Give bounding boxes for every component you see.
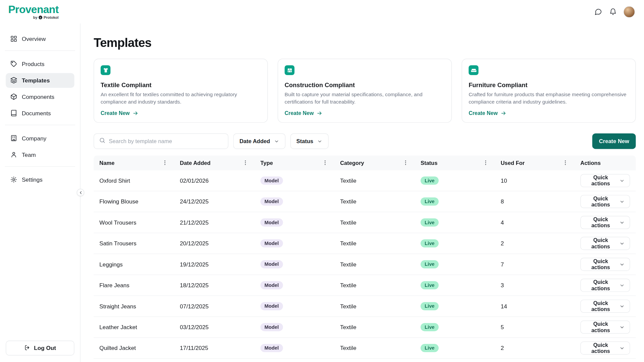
sidebar-item-products[interactable]: Products	[6, 57, 74, 71]
column-menu-icon[interactable]	[402, 160, 409, 167]
column-menu-icon[interactable]	[162, 160, 168, 167]
sidebar-item-documents[interactable]: Documents	[6, 106, 74, 121]
card-cta-label: Create New	[101, 110, 130, 116]
column-menu-icon[interactable]	[562, 160, 569, 167]
column-menu-icon[interactable]	[242, 160, 249, 167]
cell-name: Car Coat	[94, 359, 174, 362]
status-badge: Live	[421, 239, 439, 247]
sidebar-item-label: Documents	[22, 110, 51, 117]
column-menu-icon[interactable]	[483, 160, 489, 167]
cell-used-for: 8	[495, 191, 575, 212]
type-badge: Model	[260, 344, 283, 352]
gear-icon	[10, 176, 18, 183]
column-label: Date Added	[180, 160, 210, 166]
sidebar-item-label: Settings	[22, 177, 43, 183]
create-new-button[interactable]: Create New	[592, 133, 636, 149]
chevron-down-icon	[620, 220, 625, 225]
status-badge: Live	[421, 177, 439, 185]
cube-icon	[10, 93, 18, 101]
column-header-name: Name	[94, 156, 174, 170]
chevron-down-icon	[620, 262, 625, 267]
cell-status: Live	[415, 191, 495, 212]
quick-actions-button[interactable]: Quick actions	[580, 174, 630, 187]
cell-actions: Quick actions	[575, 170, 636, 191]
sidebar-item-settings[interactable]: Settings	[6, 172, 74, 187]
layers-icon	[10, 77, 18, 84]
sidebar-item-team[interactable]: Team	[6, 147, 74, 162]
quick-actions-label: Quick actions	[586, 321, 615, 334]
cell-status: Live	[415, 296, 495, 317]
cell-actions: Quick actions	[575, 296, 636, 317]
cell-name: Satin Trousers	[94, 233, 174, 254]
shirt-icon	[101, 65, 110, 75]
cell-name: Flare Jeans	[94, 275, 174, 296]
column-label: Used For	[501, 160, 525, 166]
main-content: Templates Textile CompliantAn excellent …	[80, 23, 644, 362]
byline-by: by	[33, 15, 38, 19]
quick-actions-button[interactable]: Quick actions	[580, 300, 630, 313]
user-icon	[10, 151, 18, 159]
quick-actions-label: Quick actions	[586, 342, 615, 354]
template-cards: Textile CompliantAn excellent fit for te…	[94, 59, 636, 123]
topbar-actions	[594, 6, 635, 17]
status-badge: Live	[421, 302, 439, 310]
sidebar-item-label: Components	[22, 94, 54, 100]
cell-date-added: 20/12/2025	[174, 233, 255, 254]
search-icon	[99, 137, 106, 145]
chat-icon[interactable]	[594, 8, 602, 16]
logout-label: Log Out	[34, 345, 56, 352]
sidebar-collapse-button[interactable]	[77, 189, 84, 196]
card-create-new-link[interactable]: Create New	[101, 110, 138, 116]
cell-name: Straight Jeans	[94, 296, 174, 317]
sidebar-item-company[interactable]: Company	[6, 131, 74, 146]
search-input[interactable]	[109, 138, 223, 144]
chevron-down-icon	[274, 139, 279, 144]
quick-actions-button[interactable]: Quick actions	[580, 195, 630, 208]
cell-actions: Quick actions	[575, 212, 636, 233]
sidebar-item-components[interactable]: Components	[6, 89, 74, 104]
status-badge: Live	[421, 260, 439, 268]
cell-name: Quilted Jacket	[94, 338, 174, 358]
quick-actions-button[interactable]: Quick actions	[580, 342, 630, 355]
status-filter-label: Status	[296, 138, 313, 144]
table-row: Oxford Shirt02/01/2026ModelTextileLive10…	[94, 170, 636, 191]
card-cta-label: Create New	[469, 110, 498, 116]
cell-type: Model	[255, 338, 334, 358]
quick-actions-label: Quick actions	[586, 300, 615, 312]
cell-actions: Quick actions	[575, 233, 636, 254]
date-added-filter[interactable]: Date Added	[233, 133, 285, 149]
cell-actions: Quick actions	[575, 359, 636, 362]
sidebar-item-overview[interactable]: Overview	[6, 32, 74, 46]
cell-type: Model	[255, 170, 334, 191]
status-badge: Live	[421, 197, 439, 205]
cell-status: Live	[415, 275, 495, 296]
user-avatar[interactable]	[624, 6, 635, 17]
quick-actions-button[interactable]: Quick actions	[580, 321, 630, 334]
cell-date-added: 11/11/2025	[174, 359, 255, 362]
cell-name: Leather Jacket	[94, 317, 174, 338]
cell-status: Live	[415, 233, 495, 254]
cell-name: Wool Trousers	[94, 212, 174, 233]
app-window: Provenant by Protokol OverviewProductsTe…	[0, 0, 644, 362]
quick-actions-button[interactable]: Quick actions	[580, 237, 630, 250]
status-filter[interactable]: Status	[290, 133, 328, 149]
card-description: An excellent fit for textiles committed …	[101, 91, 261, 106]
quick-actions-button[interactable]: Quick actions	[580, 279, 630, 292]
type-badge: Model	[260, 177, 283, 185]
sidebar-item-label: Team	[22, 152, 36, 158]
logout-button[interactable]: Log Out	[6, 341, 74, 355]
cell-type: Model	[255, 317, 334, 338]
cell-name: Leggings	[94, 254, 174, 275]
column-menu-icon[interactable]	[322, 160, 329, 167]
quick-actions-button[interactable]: Quick actions	[580, 216, 630, 229]
sidebar-item-label: Company	[22, 135, 46, 142]
cell-date-added: 02/01/2026	[174, 170, 255, 191]
sidebar-item-templates[interactable]: Templates	[6, 73, 74, 88]
notifications-bell-icon[interactable]	[609, 8, 617, 16]
cell-status: Live	[415, 170, 495, 191]
brand-logo[interactable]: Provenant by Protokol	[8, 4, 58, 20]
cell-category: Textile	[334, 359, 415, 362]
card-create-new-link[interactable]: Create New	[285, 110, 322, 116]
card-create-new-link[interactable]: Create New	[469, 110, 506, 116]
quick-actions-button[interactable]: Quick actions	[580, 258, 630, 271]
